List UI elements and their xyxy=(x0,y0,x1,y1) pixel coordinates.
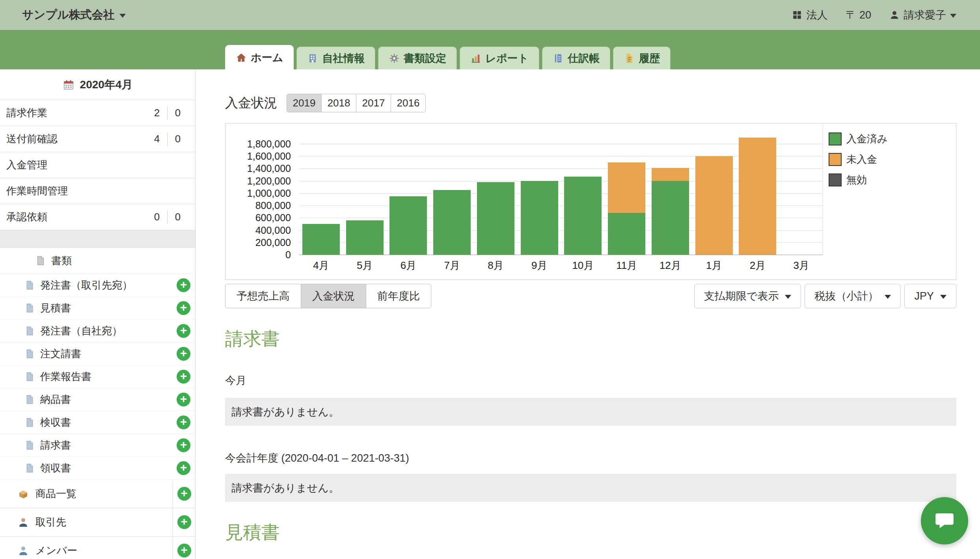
calendar-icon xyxy=(63,79,75,91)
tab-history[interactable]: 履歴 xyxy=(613,47,671,69)
sidebar-item-products[interactable]: 商品一覧 xyxy=(0,480,195,508)
sidebar-item-purchase-order-own[interactable]: 発注書（自社宛） xyxy=(0,320,195,343)
tab-report[interactable]: レポート xyxy=(460,47,539,69)
add-document-button[interactable] xyxy=(177,347,190,361)
chart-controls: 予想売上高 入金状況 前年度比 支払期限で表示 税抜（小計） JPY xyxy=(225,284,956,308)
tab-label: 書類設定 xyxy=(404,51,446,65)
y-tick-label: 600,000 xyxy=(225,211,291,224)
currency-dropdown[interactable]: JPY xyxy=(904,284,956,308)
task-label: 承認依頼 xyxy=(6,210,147,224)
sidebar-item-billing-tasks[interactable]: 請求作業 2 0 xyxy=(0,100,195,126)
sidebar-item-clients[interactable]: 取引先 xyxy=(0,508,195,537)
doc-item-label: 作業報告書 xyxy=(40,370,91,384)
y-tick-label: 1,800,000 xyxy=(225,138,291,150)
task-label: 請求作業 xyxy=(6,106,147,120)
add-document-button[interactable] xyxy=(177,370,190,384)
task-label: 入金管理 xyxy=(6,158,195,172)
tab-document-settings[interactable]: 書類設定 xyxy=(378,47,457,69)
sidebar-item-work-report[interactable]: 作業報告書 xyxy=(0,365,195,388)
add-document-button[interactable] xyxy=(177,461,190,475)
add-document-button[interactable] xyxy=(177,324,190,338)
x-tick-label: 4月 xyxy=(299,259,343,272)
y-tick-label: 0 xyxy=(225,248,291,261)
legend-item: 入金済み xyxy=(829,132,888,146)
tab-journal[interactable]: 仕訳帳 xyxy=(542,47,610,69)
sidebar-item-payment-management[interactable]: 入金管理 xyxy=(0,152,195,178)
tab-home[interactable]: ホーム xyxy=(225,45,294,69)
year-button-2016[interactable]: 2016 xyxy=(391,94,426,112)
tab-band: ホーム 自社情報 書類設定 レポート 仕訳帳 履歴 xyxy=(0,30,980,69)
bar-segment xyxy=(302,224,340,255)
add-document-button[interactable] xyxy=(177,393,190,406)
org-type-item[interactable]: 法人 xyxy=(792,8,827,22)
payment-status-chart: 0200,000400,000600,000800,0001,000,0001,… xyxy=(225,123,956,280)
topbar: サンプル株式会社 法人 〒 20 請求愛子 xyxy=(0,0,980,30)
x-tick-label: 5月 xyxy=(343,259,387,272)
document-icon xyxy=(25,372,35,382)
tab-company-info[interactable]: 自社情報 xyxy=(296,47,375,69)
view-button-forecast-sales[interactable]: 予想売上高 xyxy=(225,284,301,308)
sidebar-item-work-time[interactable]: 作業時間管理 xyxy=(0,178,195,204)
doc-item-label: 請求書 xyxy=(40,438,71,452)
legend-item: 無効 xyxy=(829,173,888,187)
person-icon xyxy=(889,10,900,20)
sidebar-month-header[interactable]: 2020年4月 xyxy=(0,69,195,100)
sidebar-item-purchase-order-client[interactable]: 発注書（取引先宛） xyxy=(0,274,195,297)
sidebar-item-delivery-slip[interactable]: 納品書 xyxy=(0,388,195,411)
document-icon xyxy=(35,255,46,266)
add-document-button[interactable] xyxy=(177,416,190,429)
add-document-button[interactable] xyxy=(177,301,190,315)
x-tick-label: 7月 xyxy=(430,259,474,272)
task-count-2: 0 xyxy=(168,133,188,145)
grid-icon xyxy=(792,10,802,20)
user-menu[interactable]: 請求愛子 xyxy=(889,8,956,22)
sidebar-item-invoice[interactable]: 請求書 xyxy=(0,434,195,457)
sidebar-item-receipt[interactable]: 領収書 xyxy=(0,457,195,480)
view-button-payment-status[interactable]: 入金状況 xyxy=(301,284,366,308)
company-menu[interactable]: サンプル株式会社 xyxy=(22,7,126,23)
bar-segment xyxy=(739,138,776,255)
add-member-button[interactable] xyxy=(177,544,191,557)
y-tick-label: 400,000 xyxy=(225,224,291,237)
sidebar-item-approval-requests[interactable]: 承認依頼 0 0 xyxy=(0,204,195,230)
sidebar-section-documents[interactable]: 書類 xyxy=(0,248,195,274)
sidebar-item-pre-send-check[interactable]: 送付前確認 4 0 xyxy=(0,126,195,152)
view-selector: 予想売上高 入金状況 前年度比 xyxy=(225,284,431,308)
add-document-button[interactable] xyxy=(177,438,190,452)
add-client-button[interactable] xyxy=(177,515,191,529)
bar-segment xyxy=(564,177,602,255)
bar-segment xyxy=(652,181,689,255)
sidebar-item-order-confirmation[interactable]: 注文請書 xyxy=(0,343,195,365)
document-icon xyxy=(25,303,35,313)
chart-title: 入金状況 xyxy=(225,94,277,112)
task-count-2: 0 xyxy=(168,211,188,223)
sidebar-item-members[interactable]: メンバー xyxy=(0,537,195,559)
bottom-item-label: 取引先 xyxy=(35,515,66,529)
chat-support-button[interactable] xyxy=(921,497,968,544)
tab-label: レポート xyxy=(485,51,529,65)
sidebar-item-inspection-cert[interactable]: 検収書 xyxy=(0,411,195,434)
tab-label: ホーム xyxy=(251,50,283,65)
add-product-button[interactable] xyxy=(177,487,191,501)
ledger-book-icon xyxy=(553,53,564,64)
doc-item-label: 注文請書 xyxy=(40,347,81,361)
invoice-empty-message: 請求書がありません。 xyxy=(225,398,956,426)
tax-mode-dropdown[interactable]: 税抜（小計） xyxy=(805,284,901,308)
x-tick-label: 6月 xyxy=(387,259,430,272)
year-button-2019[interactable]: 2019 xyxy=(287,94,322,112)
x-tick-label: 2月 xyxy=(736,259,780,272)
task-count-2: 0 xyxy=(168,107,188,119)
year-button-2017[interactable]: 2017 xyxy=(356,94,391,112)
company-name: サンプル株式会社 xyxy=(22,7,115,23)
document-icon xyxy=(25,349,35,359)
caret-down-icon xyxy=(950,14,956,18)
view-button-yoy[interactable]: 前年度比 xyxy=(366,284,431,308)
document-icon xyxy=(25,395,35,404)
postal-item[interactable]: 〒 20 xyxy=(846,8,871,22)
sidebar-item-quote[interactable]: 見積書 xyxy=(0,297,195,320)
due-date-display-dropdown[interactable]: 支払期限で表示 xyxy=(694,284,801,308)
dropdown-label: JPY xyxy=(914,290,934,302)
year-button-2018[interactable]: 2018 xyxy=(321,94,356,112)
caret-down-icon xyxy=(119,14,126,18)
add-document-button[interactable] xyxy=(177,278,190,292)
